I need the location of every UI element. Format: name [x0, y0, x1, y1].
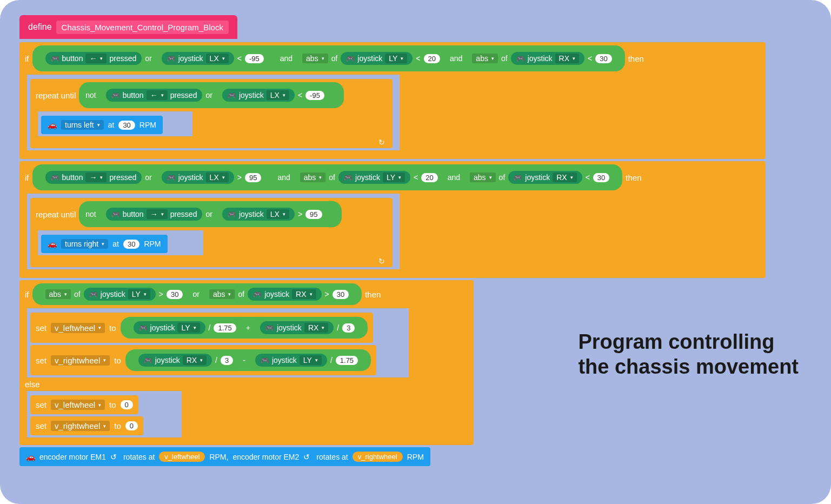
lx-lt-neg95: 🎮 joystick LX < -95: [155, 50, 270, 67]
repeat-left[interactable]: repeat until not 🎮 button ← pressed: [30, 79, 393, 148]
rotate-ccw-icon: [110, 453, 119, 461]
btn-right-pressed[interactable]: 🎮 button → pressed: [45, 171, 142, 184]
abs-dd[interactable]: abs: [302, 54, 328, 63]
rotate-ccw-icon: [303, 453, 312, 461]
if-joy-move[interactable]: if abs of 🎮 joystick LY > 30 or: [19, 280, 474, 445]
abs-rx-lt30: abs of 🎮 joystick RX < 30: [466, 50, 618, 67]
gamepad-icon: 🎮: [167, 55, 176, 63]
if-right-body: repeat until not 🎮 button → pressed: [19, 194, 400, 269]
gamepad-icon: 🎮: [51, 174, 59, 182]
gamepad-icon: 🎮: [167, 174, 176, 182]
if-turn-left[interactable]: if 🎮 button ← pressed or 🎮: [19, 42, 766, 159]
set-vr-zero[interactable]: set v_rightwheel to 0: [30, 416, 143, 435]
else-head: else: [19, 377, 474, 391]
gamepad-icon: 🎮: [265, 324, 274, 332]
if-turn-right[interactable]: if 🎮 button → pressed or 🎮: [19, 161, 766, 278]
gamepad-icon: 🎮: [253, 290, 262, 299]
gamepad-icon: 🎮: [228, 210, 236, 218]
var-vl-pill[interactable]: v_leftwheel: [159, 452, 205, 462]
gamepad-icon: 🎮: [261, 356, 269, 364]
repeat-right[interactable]: repeat until not 🎮 button → pressed: [30, 198, 393, 267]
gamepad-icon: 🎮: [111, 210, 120, 218]
gamepad-icon: 🎮: [514, 174, 522, 182]
define-hat: define Chassis_Movement_Control_Program_…: [19, 15, 237, 39]
gamepad-icon: 🎮: [139, 324, 148, 332]
car-icon: 🚗: [48, 240, 57, 248]
cond-abs-or: abs of 🎮 joystick LY > 30 or abs of: [32, 283, 362, 305]
caption-line2: the chassis movement: [578, 355, 799, 380]
if-kw: if: [25, 54, 29, 63]
caption: Program controlling the chassis movement: [578, 330, 799, 379]
caption-line1: Program controlling: [578, 330, 799, 355]
if-joy-head: if abs of 🎮 joystick LY > 30 or: [19, 280, 474, 308]
else-body: set v_leftwheel to 0 set v_rightwheel to…: [19, 391, 182, 437]
cond-or-left: 🎮 button ← pressed or 🎮 joystick LX: [39, 48, 277, 69]
then-kw: then: [628, 54, 644, 63]
main-stack: if 🎮 button ← pressed or 🎮: [19, 39, 831, 466]
not-cond-right: not 🎮 button → pressed or: [79, 201, 341, 227]
btn-left-pressed[interactable]: 🎮 button ← pressed: [45, 52, 142, 65]
if-joy-body: set v_leftwheel to 🎮 joystick LY / 1.75: [19, 308, 409, 377]
gamepad-icon: 🎮: [516, 55, 525, 63]
define-proc-name: Chassis_Movement_Control_Program_Block: [56, 21, 229, 34]
loop-icon: ↻: [378, 138, 385, 147]
turns-left-block[interactable]: 🚗 turns left at 30 RPM: [41, 116, 163, 134]
encoder1-label: encoder motor EM1: [39, 453, 106, 461]
define-label: define: [28, 22, 52, 32]
cond-outer-left: 🎮 button ← pressed or 🎮 joystick LX: [32, 45, 625, 71]
if-left-body: repeat until not 🎮 button ← pressed: [19, 75, 400, 150]
var-vr-dd[interactable]: v_rightwheel: [51, 355, 110, 366]
gamepad-icon: 🎮: [346, 55, 355, 63]
encoder2-label: encoder motor EM2: [232, 453, 299, 461]
encoder-motor-block[interactable]: 🚗 encoder motor EM1 rotates at v_leftwhe…: [19, 447, 430, 466]
repeat-left-body: 🚗 turns left at 30 RPM: [30, 111, 192, 136]
gamepad-icon: 🎮: [144, 356, 152, 364]
set-v-leftwheel[interactable]: set v_leftwheel to 🎮 joystick LY / 1.75: [30, 313, 373, 343]
var-vl-dd[interactable]: v_leftwheel: [51, 323, 105, 333]
expr-vr: 🎮 joystick RX / 3 - 🎮 joystick: [125, 349, 371, 371]
gamepad-icon: 🎮: [51, 55, 59, 63]
if-head: if 🎮 button ← pressed or 🎮: [19, 42, 766, 75]
repeat-left-head: repeat until not 🎮 button ← pressed: [30, 79, 393, 111]
gamepad-icon: 🎮: [111, 91, 120, 100]
not-cond-left: not 🎮 button ← pressed or: [79, 82, 344, 108]
expr-vl: 🎮 joystick LY / 1.75 + 🎮 joystick: [121, 317, 368, 339]
turns-right-block[interactable]: 🚗 turns right at 30 RPM: [41, 235, 168, 253]
repeat-right-body: 🚗 turns right at 30 RPM: [30, 230, 203, 255]
cond-outer-right: 🎮 button → pressed or 🎮 joystick LX: [32, 164, 623, 190]
if-right-head: if 🎮 button → pressed or 🎮: [19, 161, 766, 194]
loop-icon: ↻: [378, 257, 385, 266]
var-vr-pill[interactable]: v_rightwheel: [353, 452, 403, 462]
repeat-right-head: repeat until not 🎮 button → pressed: [30, 198, 393, 230]
block-canvas: define Chassis_Movement_Control_Program_…: [0, 0, 831, 504]
joy-lx-1[interactable]: 🎮 joystick LX: [162, 52, 234, 65]
set-vl-zero[interactable]: set v_leftwheel to 0: [30, 395, 138, 414]
gamepad-icon: 🎮: [89, 290, 98, 299]
btn-left-dd[interactable]: ←: [85, 54, 107, 63]
cond-or-right: 🎮 button → pressed or 🎮 joystick LX: [39, 167, 275, 188]
set-v-rightwheel[interactable]: set v_rightwheel to 🎮 joystick RX / 3: [30, 345, 376, 375]
gamepad-icon: 🎮: [228, 91, 236, 100]
gamepad-icon: 🎮: [344, 174, 353, 182]
abs-ly-lt20: abs of 🎮 joystick LY < 20: [296, 50, 447, 67]
car-icon: 🚗: [48, 121, 57, 129]
car-icon: 🚗: [26, 453, 35, 461]
